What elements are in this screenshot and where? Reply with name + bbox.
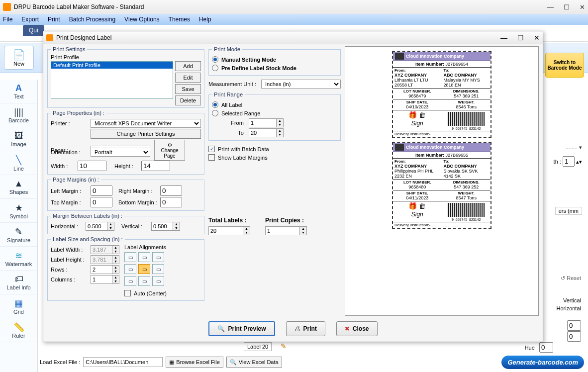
profile-listbox[interactable]: Default Print Profile xyxy=(51,61,173,99)
edit-button[interactable]: Edit xyxy=(175,73,201,83)
printer-select[interactable]: Microsoft XPS Document Writer xyxy=(91,119,201,128)
height-field[interactable] xyxy=(141,161,170,171)
align-bl[interactable]: ▭ xyxy=(124,276,136,286)
dialog-minimize-icon[interactable]: — xyxy=(500,34,507,42)
right-margin-field[interactable] xyxy=(160,186,182,196)
menu-export[interactable]: Export xyxy=(21,16,39,23)
print-range-legend: Print Range xyxy=(212,92,245,97)
printer-label: Printer : xyxy=(51,120,89,126)
menu-viewopts[interactable]: View Options xyxy=(124,16,159,23)
total-labels-spinner[interactable]: ▲▼ xyxy=(208,226,250,235)
align-tc[interactable]: ▭ xyxy=(138,252,150,262)
browse-excel-button[interactable]: ▦Browse Excel File xyxy=(166,357,223,368)
label20-chip[interactable]: Label 20 xyxy=(244,342,272,351)
bg-mm[interactable]: ers (mm xyxy=(555,207,582,215)
manual-mode-radio[interactable]: Manual Setting Mode xyxy=(212,56,337,63)
excel-path-field[interactable] xyxy=(83,357,163,367)
predefine-mode-radio[interactable]: Pre Define Label Stock Mode xyxy=(212,65,337,71)
label-align-label: Label Alignments xyxy=(124,244,167,250)
selected-range-radio[interactable]: Selected Range xyxy=(212,110,337,116)
add-button[interactable]: Add xyxy=(175,61,201,71)
dialog-title: Print Designed Label xyxy=(56,34,111,41)
tool-line[interactable]: ╲Line xyxy=(0,151,37,175)
show-margins-checkbox[interactable]: Show Label Margins xyxy=(208,154,341,161)
align-mr[interactable]: ▭ xyxy=(152,264,164,274)
width-field[interactable] xyxy=(78,161,106,171)
new-button[interactable]: 📄New xyxy=(4,46,34,70)
horiz-spinner[interactable]: ▲▼ xyxy=(86,222,114,231)
change-page-button[interactable]: ⚙Change Page xyxy=(154,140,185,161)
rows-spinner[interactable]: ▲▼ xyxy=(91,265,119,274)
measurement-unit-select[interactable]: Inches (in) xyxy=(261,80,341,89)
align-mc[interactable]: ▭ xyxy=(138,264,150,274)
delete-button[interactable]: Delete xyxy=(175,95,201,105)
save-button[interactable]: Save xyxy=(175,84,201,94)
from-label: From : xyxy=(227,120,247,126)
dialog-maximize-icon[interactable]: ☐ xyxy=(517,34,524,42)
edit-pencil-icon[interactable]: ✎ xyxy=(281,342,287,350)
close-button[interactable]: ✖Close xyxy=(336,321,378,336)
left-margin-field[interactable] xyxy=(91,186,112,196)
right-margin-label: Right Margin : xyxy=(118,188,158,194)
all-label-radio[interactable]: All Label xyxy=(212,101,337,108)
page-props-group: Page Properties (in) : Printer :Microsof… xyxy=(47,110,204,175)
bg-reset[interactable]: ↺ Reset xyxy=(561,275,581,281)
label-height-label: Label Height : xyxy=(51,257,89,263)
tool-text[interactable]: AText xyxy=(0,80,37,103)
tool-image[interactable]: 🖼Image xyxy=(0,127,37,151)
vert-spinner[interactable]: ▲▼ xyxy=(151,222,180,231)
tool-grid[interactable]: ▦Grid xyxy=(0,294,37,318)
menu-help[interactable]: Help xyxy=(199,16,211,23)
menu-file[interactable]: File xyxy=(3,16,12,23)
label-size-group: Label Size and Spacing (in) : Label Widt… xyxy=(47,236,204,301)
tool-barcode[interactable]: ||||Barcode xyxy=(0,103,37,127)
dialog-icon xyxy=(46,34,53,41)
quick-tab[interactable]: Qui xyxy=(23,25,44,36)
menu-print[interactable]: Print xyxy=(48,16,60,23)
tool-symbol[interactable]: ★Symbol xyxy=(0,199,37,223)
label-preview: Cloud Innovation Company Item Number: J2… xyxy=(345,46,539,316)
tool-labelinfo[interactable]: 🏷Label Info xyxy=(0,271,37,294)
from-spinner[interactable]: ▲▼ xyxy=(249,118,284,127)
tool-ruler[interactable]: 📏Ruler xyxy=(0,318,37,342)
gear-icon: ⚙ xyxy=(168,142,172,148)
menu-batch[interactable]: Batch Processing xyxy=(69,16,115,23)
label-card: Cloud Innovation Company Item Number: J2… xyxy=(392,51,491,138)
align-bc[interactable]: ▭ xyxy=(138,276,150,286)
height-label: Height : xyxy=(114,163,139,169)
view-excel-button[interactable]: 🔍View Excel Data xyxy=(226,357,282,368)
switch-mode-button[interactable]: Switch to Barcode Mode xyxy=(545,53,584,78)
profile-item[interactable]: Default Print Profile xyxy=(51,62,173,69)
menu-themes[interactable]: Themes xyxy=(169,16,190,23)
cols-spinner[interactable]: ▲▼ xyxy=(91,275,119,284)
orientation-select[interactable]: Portrait xyxy=(91,148,150,157)
print-mode-group: Print Mode Manual Setting Mode Pre Defin… xyxy=(208,46,341,76)
align-br[interactable]: ▭ xyxy=(152,276,164,286)
mbl-legend: Margin Between Labels (in) : xyxy=(51,213,124,219)
print-preview-button[interactable]: 🔍Print Preview xyxy=(208,321,275,336)
auto-center-checkbox[interactable]: Auto (Center) xyxy=(124,290,167,296)
tool-shapes[interactable]: ▲Shapes xyxy=(0,175,37,199)
tool-signature[interactable]: ✎Signature xyxy=(0,223,37,247)
maximize-icon[interactable]: ☐ xyxy=(564,3,570,11)
print-button[interactable]: 🖨Print xyxy=(286,321,325,336)
to-spinner[interactable]: ▲▼ xyxy=(249,128,284,137)
margins-legend: Page Margins (in) : xyxy=(51,177,101,183)
minimize-icon[interactable]: — xyxy=(547,3,554,11)
close-icon[interactable]: ✕ xyxy=(580,3,585,11)
print-range-group: Print Range All Label Selected Range Fro… xyxy=(208,92,341,141)
label-width-spinner[interactable]: ▲▼ xyxy=(91,245,119,254)
top-margin-field[interactable] xyxy=(91,197,112,207)
symbol-icon: ★ xyxy=(15,202,23,213)
print-copies-spinner[interactable]: ▲▼ xyxy=(265,226,307,235)
align-tl[interactable]: ▭ xyxy=(124,252,136,262)
align-tr[interactable]: ▭ xyxy=(152,252,164,262)
align-ml[interactable]: ▭ xyxy=(124,264,136,274)
tool-watermark[interactable]: ≋Watermark xyxy=(0,247,37,271)
print-batch-checkbox[interactable]: ✓Print with Batch Data xyxy=(208,146,341,152)
change-printer-button[interactable]: Change Printer Settings xyxy=(91,129,201,139)
bg-horiz: Horizontal xyxy=(556,305,581,311)
label-height-spinner[interactable]: ▲▼ xyxy=(91,255,119,264)
bottom-margin-field[interactable] xyxy=(160,197,182,207)
dialog-close-icon[interactable]: ✕ xyxy=(534,34,540,42)
